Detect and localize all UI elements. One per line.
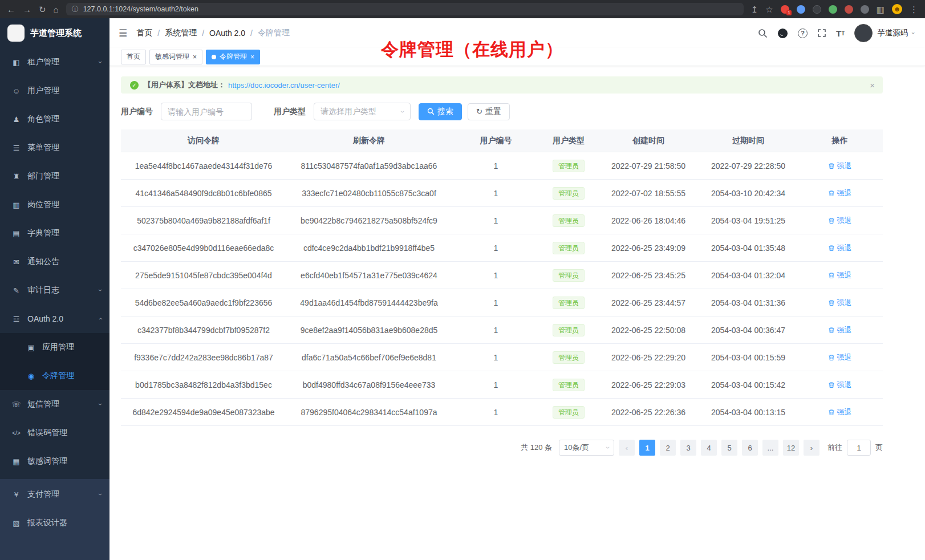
sidebar-item-dept[interactable]: ♜ 部门管理 [0,162,109,190]
expire-time-cell: 2054-03-04 01:35:48 [700,244,797,253]
sidebar-item-dict[interactable]: ▤ 字典管理 [0,219,109,247]
delete-icon [828,163,835,169]
force-logout-button[interactable]: 强退 [828,325,852,335]
reload-icon[interactable]: ↻ [39,5,46,14]
sidebar-item-tenant[interactable]: ◧ 租户管理 › [0,48,109,76]
search-icon[interactable] [758,29,768,38]
close-icon[interactable]: × [193,53,197,61]
force-logout-button[interactable]: 强退 [828,298,852,308]
github-icon[interactable] [777,28,788,39]
force-logout-button[interactable]: 强退 [828,380,852,390]
page-button-1[interactable]: 1 [639,440,655,456]
sidebar-item-sms[interactable]: ☏ 短信管理 › [0,390,109,419]
page-button-2[interactable]: 2 [660,440,676,456]
user-menu[interactable]: 芋道源码 › [854,24,915,42]
sidebar-item-report-designer[interactable]: ▧ 报表设计器 [0,509,109,537]
page-button-4[interactable]: 4 [701,440,717,456]
browser-menu-icon[interactable]: ⋮ [910,5,918,14]
page-button-5[interactable]: 5 [721,440,737,456]
bookmark-star-icon[interactable]: ☆ [765,5,773,14]
back-icon[interactable]: ← [7,5,15,14]
collapse-sidebar-icon[interactable]: ☰ [119,27,127,39]
home-icon[interactable]: ⌂ [54,5,59,14]
sidebar-item-oauth2-token[interactable]: ◉ 令牌管理 [0,362,109,390]
force-logout-button[interactable]: 强退 [828,270,852,281]
table-row: 6d842e2924594de9a09e45e087323abe 8796295… [121,399,883,426]
sidebar-item-notice[interactable]: ✉ 通知公告 [0,247,109,276]
refresh-icon: ↻ [476,107,482,116]
browser-profile-avatar[interactable]: ☻ [892,4,902,14]
share-icon[interactable]: ↥ [751,5,758,14]
extension-icon-5[interactable] [845,5,853,14]
side-panel-icon[interactable]: ▥ [877,5,885,14]
delete-icon [828,245,835,251]
page-size-select[interactable]: 10条/页 › [559,440,614,456]
refresh-token-cell: 9ce8ef2aa9f14056b831ae9b608e28d5 [286,326,452,335]
page-button-3[interactable]: 3 [680,440,696,456]
sidebar-item-post[interactable]: ▥ 岗位管理 [0,190,109,219]
force-logout-button[interactable]: 强退 [828,161,852,171]
reset-button[interactable]: ↻ 重置 [468,103,510,120]
extension-icon-3[interactable] [813,5,821,14]
access-token-cell: b0d1785bc3a8482f812db4a3f3bd15ec [121,380,286,389]
table-row: c347026e805e4d99b0d116eae66eda8c cdfc4ce… [121,234,883,262]
chevron-down-icon: › [96,61,104,63]
user-id-cell: 1 [452,244,540,253]
token-table: 访问令牌 刷新令牌 用户编号 用户类型 创建时间 过期时间 操作 1ea5e44… [121,129,883,426]
app-logo[interactable]: 芋道管理系统 [0,18,109,48]
sidebar-item-oauth2[interactable]: ☲ OAuth 2.0 › [0,305,109,333]
search-button[interactable]: 搜索 [419,103,462,120]
expire-time-cell: 2054-03-04 01:32:04 [700,271,797,280]
sidebar-item-menu[interactable]: ☰ 菜单管理 [0,133,109,162]
sidebar-item-user[interactable]: ☺ 用户管理 [0,76,109,105]
close-icon[interactable]: × [250,53,254,61]
alert-close-icon[interactable]: × [870,80,875,90]
breadcrumb-system[interactable]: 系统管理 [165,28,197,38]
extension-icon-1[interactable]: 1 [781,5,789,14]
sidebar-item-error-code[interactable]: </> 错误码管理 [0,419,109,447]
forward-icon[interactable]: → [23,5,31,14]
page-button-6[interactable]: 6 [742,440,758,456]
sidebar-item-audit-log[interactable]: ✎ 审计日志 › [0,276,109,305]
extension-icon-4[interactable] [829,5,837,14]
page-button-12[interactable]: 12 [783,440,799,456]
url-text: 127.0.0.1:1024/system/oauth2/token [83,5,198,13]
fullscreen-icon[interactable] [817,29,826,38]
user-type-cell: 管理员 [540,406,597,419]
doc-link[interactable]: https://doc.iocoder.cn/user-center/ [228,81,340,90]
force-logout-button[interactable]: 强退 [828,352,852,363]
token-manage-icon: ◉ [26,372,36,380]
user-id-cell: 1 [452,189,540,198]
sidebar-item-role[interactable]: ♟ 角色管理 [0,105,109,133]
breadcrumb-oauth2[interactable]: OAuth 2.0 [209,29,245,38]
user-type-cell: 管理员 [540,379,597,391]
force-logout-button[interactable]: 强退 [828,407,852,417]
delete-icon [828,354,835,361]
user-type-select[interactable]: 请选择用户类型 › [314,103,411,120]
access-token-cell: 54d6be82ee5a460a9aedc1f9bf223656 [121,298,286,307]
force-logout-button[interactable]: 强退 [828,188,852,198]
force-logout-button[interactable]: 强退 [828,243,852,253]
sidebar-item-oauth2-app[interactable]: ▣ 应用管理 [0,333,109,362]
font-size-icon[interactable]: TT [836,29,845,38]
help-icon[interactable]: ? [798,29,808,38]
dept-icon: ♜ [11,172,21,181]
col-actions: 操作 [797,136,883,146]
force-logout-button[interactable]: 强退 [828,216,852,226]
tab-home[interactable]: 首页 [121,50,146,64]
extension-icon-2[interactable] [797,5,805,14]
sidebar-item-sensitive-word[interactable]: ▦ 敏感词管理 [0,447,109,476]
site-info-icon[interactable]: ⓘ [72,5,79,14]
user-id-input[interactable] [161,103,252,120]
breadcrumb-home[interactable]: 首页 [136,28,152,38]
sidebar-item-pay[interactable]: ¥ 支付管理 › [0,480,109,509]
tab-token-manage[interactable]: 令牌管理 × [206,50,260,64]
address-bar[interactable]: ⓘ 127.0.0.1:1024/system/oauth2/token [66,3,744,15]
extension-icon-6[interactable] [861,5,869,14]
goto-page-input[interactable] [847,440,871,456]
user-type-badge: 管理员 [553,160,585,172]
next-page-button[interactable]: › [804,440,819,456]
prev-page-button[interactable]: ‹ [619,440,635,456]
tab-sensitive-word[interactable]: 敏感词管理 × [149,50,202,64]
more-pages-button[interactable]: ... [762,440,778,456]
